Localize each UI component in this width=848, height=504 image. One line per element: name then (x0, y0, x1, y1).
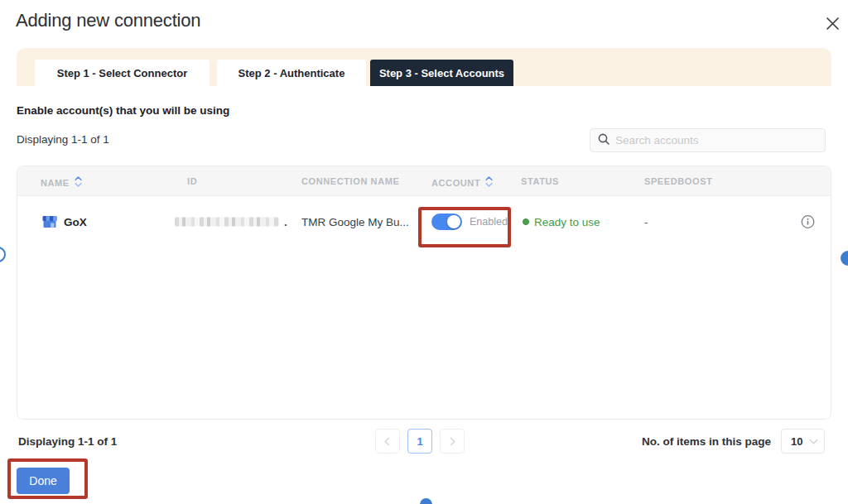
column-label: NAME (41, 178, 70, 188)
sort-icon[interactable] (75, 176, 82, 189)
account-id-redacted (175, 218, 279, 227)
search-icon (598, 133, 610, 148)
page-title: Adding new connection (16, 10, 200, 31)
instruction-text: Enable account(s) that you will be using (17, 104, 229, 117)
pagination-page-1[interactable]: 1 (407, 429, 432, 454)
search-box (590, 128, 826, 152)
account-id-trailing: . (284, 216, 287, 228)
displaying-count-bottom: Displaying 1-1 of 1 (18, 435, 117, 448)
column-header-name[interactable]: NAME (41, 176, 82, 189)
column-header-connection-name: CONNECTION NAME (301, 176, 399, 186)
pagination-next-button[interactable] (440, 429, 465, 454)
column-label: ID (187, 176, 197, 186)
search-input[interactable] (615, 134, 817, 146)
status-dot-icon (523, 218, 529, 225)
chevron-left-icon (385, 437, 393, 445)
column-label: SPEEDBOOST (644, 176, 712, 186)
chevron-right-icon (447, 437, 455, 445)
connection-name: TMR Google My Bu... (301, 216, 409, 228)
column-label: CONNECTION NAME (301, 176, 399, 186)
background-circle-bottom (420, 498, 432, 504)
tab-step1-select-connector[interactable]: Step 1 - Select Connector (35, 60, 210, 86)
close-icon[interactable] (822, 12, 843, 34)
tab-strip: Step 1 - Select Connector Step 2 - Authe… (17, 48, 831, 86)
account-enabled-toggle[interactable] (431, 214, 462, 230)
column-header-id: ID (187, 176, 197, 186)
toggle-state-label: Enabled (470, 216, 508, 228)
done-button[interactable]: Done (17, 468, 70, 494)
google-my-business-icon (42, 214, 57, 229)
items-per-page-label: No. of items in this page (642, 435, 771, 448)
displaying-count-top: Displaying 1-1 of 1 (17, 133, 109, 146)
sort-icon[interactable] (485, 176, 493, 189)
pagination-prev-button[interactable] (375, 429, 400, 454)
column-header-speedboost: SPEEDBOOST (644, 176, 712, 186)
items-per-page-select[interactable]: 10 (781, 429, 825, 454)
table-row: GoX . TMR Google My Bu... Enabled Ready … (17, 196, 831, 247)
column-header-status: STATUS (521, 176, 559, 186)
table-header: NAME ID CONNECTION NAME ACCOUNT STATUS S… (17, 166, 831, 196)
column-label: STATUS (521, 176, 559, 186)
column-label: ACCOUNT (431, 178, 480, 188)
adding-connection-modal: Adding new connection Step 1 - Select Co… (0, 0, 848, 504)
chevron-down-icon (810, 436, 818, 444)
background-circle-right (841, 251, 848, 266)
column-header-account[interactable]: ACCOUNT (431, 176, 493, 189)
tab-step3-select-accounts[interactable]: Step 3 - Select Accounts (370, 60, 513, 86)
speedboost-value: - (644, 216, 648, 228)
background-circle-left (0, 247, 6, 262)
info-icon[interactable] (801, 215, 815, 229)
tab-step2-authenticate[interactable]: Step 2 - Authenticate (217, 60, 366, 86)
account-name: GoX (64, 216, 87, 228)
toggle-knob (447, 215, 460, 228)
accounts-table: NAME ID CONNECTION NAME ACCOUNT STATUS S… (17, 166, 831, 420)
items-per-page-value: 10 (791, 435, 802, 448)
status-text: Ready to use (534, 216, 600, 228)
